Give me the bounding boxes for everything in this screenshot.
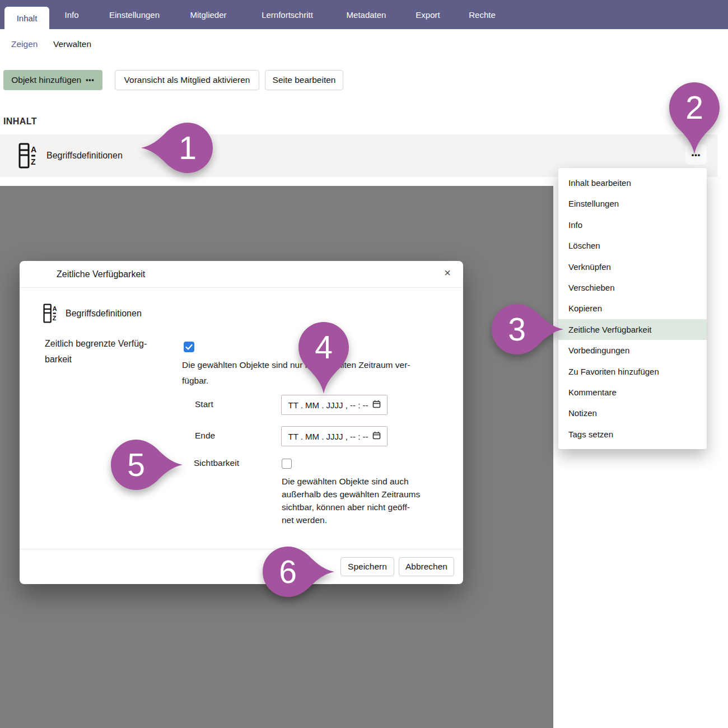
callout-5: 5 (108, 437, 164, 512)
menu-item-loeschen[interactable]: Löschen (558, 235, 707, 256)
callout-4: 4 (296, 319, 352, 394)
svg-text:Z: Z (53, 315, 57, 321)
cancel-button[interactable]: Abbrechen (399, 557, 454, 576)
item-actions-menu: Inhalt bearbeiten Einstellungen Info Lös… (558, 168, 707, 449)
tab-einstellungen[interactable]: Einstellungen (100, 0, 169, 29)
subtab-zeigen[interactable]: Zeigen (11, 39, 38, 49)
menu-item-kommentare[interactable]: Kommentare (558, 382, 707, 403)
tab-inhalt[interactable]: Inhalt (4, 7, 49, 29)
end-label: Ende (195, 431, 215, 441)
menu-item-inhalt-bearbeiten[interactable]: Inhalt bearbeiten (558, 172, 707, 193)
tab-rechte[interactable]: Rechte (461, 0, 503, 29)
svg-text:A: A (31, 145, 36, 154)
add-object-button[interactable]: Objekt hinzufügen ••• (3, 70, 102, 90)
tab-mitglieder[interactable]: Mitglieder (181, 0, 235, 29)
visibility-checkbox[interactable] (282, 459, 292, 469)
callout-2: 2 (666, 80, 722, 155)
glossary-icon: A Z (18, 143, 38, 171)
callout-6: 6 (260, 544, 316, 619)
svg-text:Z: Z (31, 157, 36, 166)
glossary-icon: A Z (43, 304, 58, 325)
modal-title: Zeitliche Verfügbarkeit (57, 269, 145, 279)
save-button[interactable]: Speichern (340, 557, 394, 576)
content-section-heading: INHALT (3, 116, 37, 127)
end-placeholder: TT . MM . JJJJ , -- : -- (288, 432, 368, 441)
top-tab-bar: Inhalt Info Einstellungen Mitglieder Ler… (0, 0, 728, 29)
modal-object-title: Begriffsdefinitionen (66, 309, 142, 319)
preview-as-member-button[interactable]: Voransicht als Mitglied aktivieren (115, 70, 259, 90)
callout-2-number: 2 (666, 80, 722, 136)
menu-item-notizen[interactable]: Notizen (558, 403, 707, 423)
menu-item-zeitliche-verfuegbarkeit[interactable]: Zeitliche Verfügbarkeit (558, 319, 707, 340)
callout-6-number: 6 (260, 544, 316, 600)
callout-4-number: 4 (296, 319, 352, 375)
menu-item-zu-favoriten[interactable]: Zu Favoriten hinzufügen (558, 361, 707, 382)
add-object-label: Objekt hinzufügen (11, 75, 81, 85)
start-label: Start (195, 399, 213, 409)
modal-header-divider (20, 287, 463, 288)
callout-3: 3 (489, 301, 545, 376)
calendar-icon[interactable] (372, 400, 381, 410)
tab-info[interactable]: Info (58, 0, 86, 29)
content-item-title[interactable]: Begriffsdefinitionen (46, 134, 123, 177)
callout-5-number: 5 (108, 437, 164, 493)
callout-1: 1 (160, 120, 216, 195)
callout-1-number: 1 (160, 120, 216, 176)
subtab-verwalten[interactable]: Verwalten (53, 39, 91, 49)
edit-page-button[interactable]: Seite bearbeiten (265, 70, 343, 90)
visibility-label: Sichtbarkeit (194, 458, 239, 468)
close-icon[interactable]: × (444, 267, 451, 278)
end-datetime-input[interactable]: TT . MM . JJJJ , -- : -- (281, 426, 388, 446)
tab-metadaten[interactable]: Metadaten (339, 0, 393, 29)
menu-item-tags-setzen[interactable]: Tags setzen (558, 424, 707, 445)
modal-footer-divider (20, 549, 463, 549)
calendar-icon[interactable] (372, 431, 381, 441)
limited-availability-label: Zeitlich begrenzte Verfüg- barkeit (45, 336, 147, 367)
menu-item-info[interactable]: Info (558, 214, 707, 235)
ellipsis-icon: ••• (86, 76, 95, 84)
tab-export[interactable]: Export (407, 0, 449, 29)
start-datetime-input[interactable]: TT . MM . JJJJ , -- : -- (281, 395, 388, 415)
menu-item-verknuepfen[interactable]: Verknüpfen (558, 256, 707, 277)
svg-text:A: A (53, 305, 57, 312)
menu-item-vorbedingungen[interactable]: Vorbedingungen (558, 340, 707, 361)
availability-modal: Zeitliche Verfügbarkeit × A Z Begriffsde… (20, 261, 463, 584)
menu-item-verschieben[interactable]: Verschieben (558, 277, 707, 298)
menu-item-kopieren[interactable]: Kopieren (558, 298, 707, 319)
callout-3-number: 3 (489, 301, 545, 357)
limited-availability-checkbox[interactable] (184, 342, 194, 352)
tab-lernfortschritt[interactable]: Lernfortschritt (253, 0, 321, 29)
menu-item-einstellungen[interactable]: Einstellungen (558, 193, 707, 214)
start-placeholder: TT . MM . JJJJ , -- : -- (288, 400, 368, 410)
visibility-help: Die gewählten Objekte sind auch außerhal… (282, 475, 420, 526)
